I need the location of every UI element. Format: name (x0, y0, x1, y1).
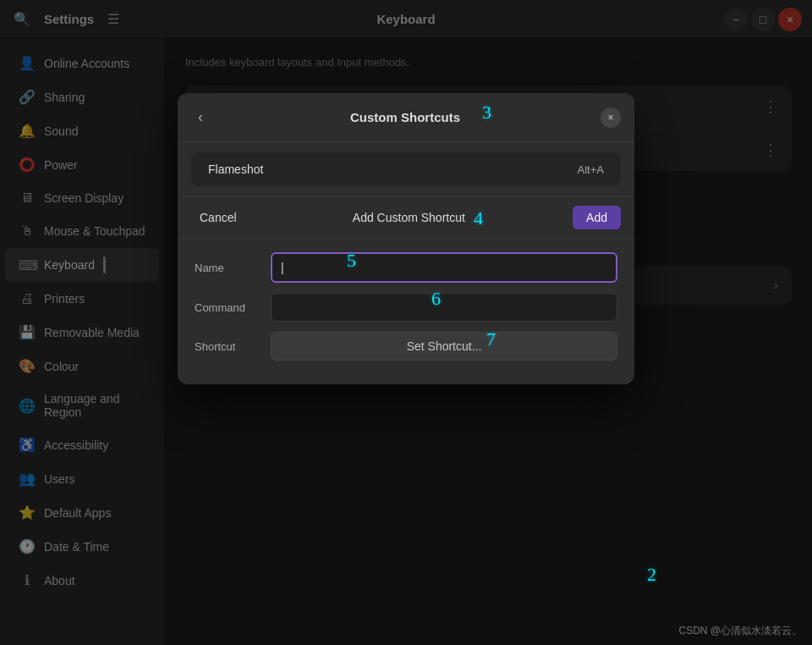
add-shortcut-bar: Cancel Add Custom Shortcut Add (178, 196, 634, 239)
shortcut-row: Shortcut Set Shortcut... (195, 332, 617, 361)
add-shortcut-label: Add Custom Shortcut (353, 211, 465, 224)
dialog-overlay: ‹ Custom Shortcuts × Flameshot Alt+A Can… (0, 0, 812, 645)
name-row: Name (195, 252, 617, 283)
dialog-back-button[interactable]: ‹ (191, 105, 210, 130)
dialog-close-button[interactable]: × (601, 108, 621, 128)
watermark: CSDN @心清似水淡若云、 (678, 624, 802, 638)
name-input[interactable] (271, 252, 617, 283)
flameshot-name: Flameshot (208, 163, 578, 176)
dialog-title: Custom Shortcuts (210, 110, 601, 124)
command-label: Command (195, 301, 271, 314)
custom-shortcuts-dialog: ‹ Custom Shortcuts × Flameshot Alt+A Can… (178, 93, 634, 384)
command-row: Command (195, 293, 617, 322)
shortcut-label: Shortcut (195, 340, 271, 353)
form-fields: Name Command Shortcut Set Shortcut... (178, 239, 634, 384)
set-shortcut-button[interactable]: Set Shortcut... (271, 332, 617, 361)
add-button[interactable]: Add (573, 206, 621, 229)
dialog-titlebar: ‹ Custom Shortcuts × (178, 93, 634, 142)
name-label: Name (195, 262, 271, 274)
flameshot-row: Flameshot Alt+A (191, 152, 621, 186)
cancel-button[interactable]: Cancel (191, 206, 245, 229)
flameshot-shortcut: Alt+A (578, 163, 604, 176)
command-input[interactable] (271, 293, 617, 322)
